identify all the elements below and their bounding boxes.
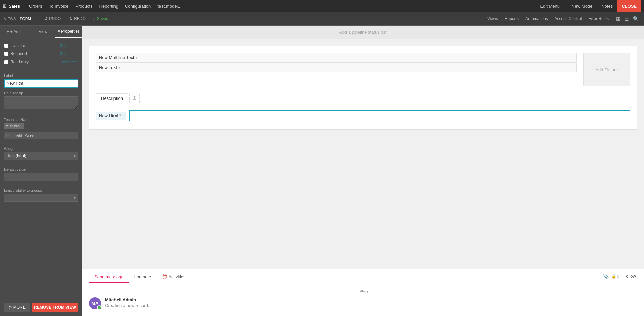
- nav-orders[interactable]: Orders: [26, 0, 46, 12]
- technical-name-section: Technical Name x_studio_ html_field_Pwze…: [0, 110, 82, 139]
- form-tab-bar: Description ⊕: [96, 93, 630, 103]
- readonly-conditional[interactable]: Conditional: [60, 60, 78, 64]
- readonly-label: Read only: [10, 60, 29, 64]
- tech-name-label: Technical Name: [4, 118, 78, 122]
- nav-configuration[interactable]: Configuration: [122, 0, 154, 12]
- avatar: MA: [89, 297, 101, 309]
- label-input[interactable]: [4, 79, 78, 88]
- default-value-label: Default value: [4, 167, 78, 171]
- required-checkbox[interactable]: [4, 52, 8, 56]
- widget-select[interactable]: Html (html): [4, 152, 78, 160]
- form-top-row: New Multiline Text ? New Text ?: [96, 53, 630, 86]
- avatar-online-badge: [97, 305, 102, 310]
- form-label[interactable]: FORM: [20, 17, 31, 21]
- sidebar-bottom-actions: ⚙ MORE REMOVE FROM VIEW: [0, 299, 82, 316]
- send-message-tab[interactable]: Send message: [89, 272, 129, 283]
- visibility-groups-select[interactable]: [4, 194, 78, 202]
- pipeline-bar-text: Add a pipeline status bar: [339, 30, 387, 35]
- multiline-help-icon: ?: [136, 56, 138, 60]
- undo-btn[interactable]: ↺ UNDO: [42, 16, 63, 21]
- widget-section: Widget Html (html) ▼: [0, 139, 82, 160]
- chatter-right: 📎 🔒 0 Follow: [603, 274, 637, 281]
- views-menu-btn[interactable]: Views: [484, 12, 501, 26]
- help-tooltip-input[interactable]: [4, 96, 78, 109]
- brand-name: Sales: [9, 4, 20, 9]
- multiline-text-label: New Multiline Text ?: [99, 55, 143, 60]
- edit-menu-btn[interactable]: Edit Menu: [536, 4, 564, 9]
- redo-icon: ↻: [69, 16, 73, 21]
- required-label-wrap: Required: [4, 51, 27, 56]
- new-model-btn[interactable]: + New Model: [564, 4, 597, 9]
- search-icon[interactable]: 🔍: [632, 15, 640, 23]
- properties-icon: ≡: [57, 29, 60, 34]
- chatter-area: Send message Log note ⏰ Activities 📎 🔒 0…: [82, 269, 644, 316]
- html-field-label: New Html ?: [96, 112, 126, 120]
- text-field-label: New Text ?: [99, 65, 143, 70]
- list-view-icon[interactable]: ☰: [623, 15, 630, 23]
- invisible-checkbox[interactable]: [4, 44, 8, 48]
- required-row: Required Conditional: [4, 50, 78, 57]
- readonly-label-wrap: Read only: [4, 60, 29, 64]
- form-card: New Multiline Text ? New Text ?: [89, 46, 637, 130]
- visibility-groups-select-wrap: ▼: [4, 194, 78, 202]
- studio-bar-left: VIEWS FORM ↺ UNDO ↻ REDO ✓ Saved: [4, 15, 108, 22]
- studio-bar-right: Views Reports Automations Access Control…: [484, 12, 640, 26]
- grid-view-icon[interactable]: ▦: [615, 15, 622, 23]
- reports-menu-btn[interactable]: Reports: [501, 12, 522, 26]
- picture-area[interactable]: Add Picture: [583, 53, 630, 86]
- required-conditional[interactable]: Conditional: [60, 52, 78, 56]
- html-field-input[interactable]: [129, 110, 630, 121]
- sidebar-divider: [0, 206, 82, 206]
- redo-btn[interactable]: ↻ REDO: [66, 16, 88, 21]
- nav-products[interactable]: Products: [72, 0, 96, 12]
- access-control-btn[interactable]: Access Control: [551, 12, 585, 26]
- message-text: Creating a new record...: [105, 303, 637, 308]
- content-area: Add a pipeline status bar New Multiline …: [82, 26, 644, 316]
- properties-tab[interactable]: ≡ Properties: [55, 26, 82, 38]
- html-field-row: New Html ?: [96, 109, 630, 123]
- top-nav-right: Edit Menu + New Model Notes CLOSE: [536, 0, 641, 12]
- readonly-checkbox[interactable]: [4, 60, 8, 64]
- attachment-icon[interactable]: 📎: [603, 274, 609, 279]
- form-wrapper: New Multiline Text ? New Text ?: [82, 39, 644, 269]
- default-value-section: Default value: [0, 160, 82, 181]
- add-tab[interactable]: + + Add: [0, 26, 28, 38]
- add-tab-btn[interactable]: ⊕: [129, 93, 140, 103]
- saved-label: Saved: [97, 16, 108, 21]
- description-tab[interactable]: Description: [96, 93, 128, 103]
- nav-testmodel[interactable]: test.model1: [154, 0, 183, 12]
- visibility-groups-label: Limit visibility to groups: [4, 188, 78, 192]
- log-note-tab[interactable]: Log note: [129, 272, 157, 283]
- view-icon: □: [35, 29, 37, 34]
- brand-logo[interactable]: ⊞ Sales: [3, 3, 20, 9]
- tech-prefix: x_studio_: [4, 123, 24, 129]
- activities-tab[interactable]: ⏰ Activities: [156, 272, 191, 283]
- chatter-today-label: Today: [82, 288, 644, 293]
- text-help-icon: ?: [118, 66, 120, 69]
- grid-icon: ⊞: [3, 3, 7, 9]
- text-field-row: New Text ?: [96, 63, 577, 72]
- invisible-conditional[interactable]: Conditional: [60, 44, 78, 48]
- form-left-fields: New Multiline Text ? New Text ?: [96, 53, 577, 86]
- follow-btn[interactable]: Follow: [622, 274, 637, 279]
- automations-menu-btn[interactable]: Automations: [522, 12, 551, 26]
- pipeline-bar[interactable]: Add a pipeline status bar: [82, 26, 644, 39]
- sidebar-top-tabs: + + Add □ View ≡ Properties: [0, 26, 82, 38]
- notes-btn[interactable]: Notes: [597, 0, 617, 12]
- default-value-input[interactable]: [4, 173, 78, 181]
- view-tab[interactable]: □ View: [28, 26, 55, 38]
- html-help-icon: ?: [119, 114, 121, 118]
- lock-icon: 🔒: [611, 274, 616, 279]
- close-btn[interactable]: CLOSE: [617, 0, 641, 12]
- readonly-row: Read only Conditional: [4, 58, 78, 66]
- more-btn[interactable]: ⚙ MORE: [4, 303, 30, 312]
- views-label: VIEWS: [4, 17, 16, 21]
- nav-reporting[interactable]: Reporting: [96, 0, 122, 12]
- visibility-groups-section: Limit visibility to groups ▼: [0, 181, 82, 202]
- filter-rules-btn[interactable]: Filter Rules: [585, 12, 612, 26]
- nav-toinvoice[interactable]: To Invoice: [46, 0, 72, 12]
- studio-bar: VIEWS FORM ↺ UNDO ↻ REDO ✓ Saved Views R…: [0, 12, 644, 26]
- label-section: Label Help Tooltip: [0, 66, 82, 110]
- saved-status: ✓ Saved: [92, 16, 108, 21]
- remove-from-view-btn[interactable]: REMOVE FROM VIEW: [32, 303, 78, 312]
